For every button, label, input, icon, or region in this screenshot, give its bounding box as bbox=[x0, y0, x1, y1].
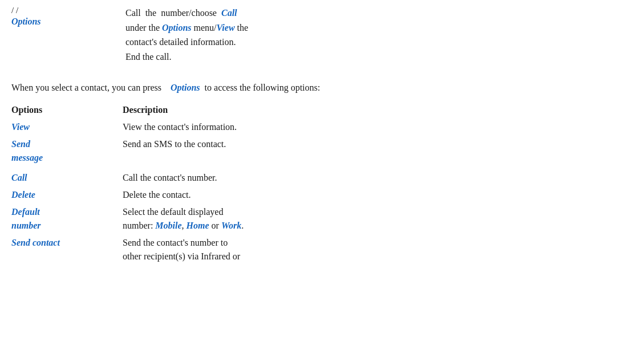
top-right-cell: Call the number/choose Call under the Op… bbox=[125, 6, 633, 64]
view-option-link: View bbox=[11, 122, 30, 132]
call-option-cell: Call bbox=[11, 166, 123, 186]
call-instruction-line4: End the call. bbox=[125, 52, 171, 62]
default-desc-text: Select the default displayed bbox=[123, 207, 223, 217]
view-desc-text: View the contact's information. bbox=[123, 122, 237, 132]
slash-nav: / / bbox=[11, 6, 120, 15]
send-contact-desc-cont-cell: other recipient(s) via Infrared or bbox=[123, 250, 633, 265]
table-header-row: Options Description bbox=[11, 101, 633, 119]
send-desc-cell: Send an SMS to the contact. bbox=[123, 136, 633, 151]
default-option-cell: Default bbox=[11, 204, 123, 219]
send-contact-row: Send contact Send the contact's number t… bbox=[11, 234, 633, 250]
call-row: Call Call the contact's number. bbox=[11, 166, 633, 186]
intro-before: When you select a contact, you can press bbox=[11, 83, 161, 92]
top-section: / / Options Call the number/choose Call … bbox=[11, 6, 633, 64]
send-message-row: Send Send an SMS to the contact. bbox=[11, 136, 633, 151]
call-instruction-line1: Call the number/choose Call bbox=[125, 8, 237, 18]
options-inline-link: Options bbox=[162, 23, 192, 32]
send-desc-text: Send an SMS to the contact. bbox=[123, 139, 226, 149]
send-option-cont-cell: message bbox=[11, 151, 123, 166]
default-option-cont-cell: number bbox=[11, 219, 123, 234]
call-instruction-line2: under the Options menu/View the bbox=[125, 23, 248, 32]
intro-after: to access the following options: bbox=[205, 83, 321, 92]
intro-paragraph: When you select a contact, you can press… bbox=[11, 81, 633, 95]
view-desc-cell: View the contact's information. bbox=[123, 119, 633, 136]
default-number-desc-cont: number: Mobile, Home or Work. bbox=[123, 221, 244, 230]
delete-option-cell: Delete bbox=[11, 186, 123, 204]
view-inline-link: View bbox=[217, 23, 235, 32]
page-content: / / Options Call the number/choose Call … bbox=[11, 6, 633, 265]
top-row: / / Options Call the number/choose Call … bbox=[11, 6, 633, 64]
send-contact-desc-text: Send the contact's number to bbox=[123, 238, 228, 247]
default-option-cont-link: number bbox=[11, 221, 41, 230]
comma1: , bbox=[182, 221, 187, 230]
send-desc-cont-cell bbox=[123, 151, 633, 166]
home-link: Home bbox=[187, 221, 209, 230]
header-option-cell: Options bbox=[11, 101, 123, 119]
header-options-label: Options bbox=[11, 105, 42, 115]
header-desc-cell: Description bbox=[123, 101, 633, 119]
send-option-cell: Send bbox=[11, 136, 123, 151]
default-option-link: Default bbox=[11, 207, 40, 217]
default-desc-cell: Select the default displayed bbox=[123, 204, 633, 219]
work-link: Work bbox=[221, 221, 241, 230]
options-table: Options Description View View the contac… bbox=[11, 101, 633, 265]
send-contact-cont-row: other recipient(s) via Infrared or bbox=[11, 250, 633, 265]
call-instructions: Call the number/choose Call under the Op… bbox=[125, 6, 633, 64]
mobile-link: Mobile bbox=[155, 221, 181, 230]
send-message-cont-row: message bbox=[11, 151, 633, 166]
delete-option-link: Delete bbox=[11, 190, 35, 200]
call-desc-cell: Call the contact's number. bbox=[123, 166, 633, 186]
number-label: number: bbox=[123, 221, 153, 230]
call-link: Call bbox=[221, 8, 237, 18]
send-option-link: Send bbox=[11, 139, 30, 149]
default-desc-cont-cell: number: Mobile, Home or Work. bbox=[123, 219, 633, 234]
delete-row: Delete Delete the contact. bbox=[11, 186, 633, 204]
view-option-cell: View bbox=[11, 119, 123, 136]
delete-desc-text: Delete the contact. bbox=[123, 190, 191, 200]
call-option-link: Call bbox=[11, 173, 27, 182]
send-contact-desc-cell: Send the contact's number to bbox=[123, 234, 633, 250]
or-text: or bbox=[209, 221, 221, 230]
view-row: View View the contact's information. bbox=[11, 119, 633, 136]
options-link-top: Options bbox=[11, 17, 120, 27]
send-contact-option-cont-cell bbox=[11, 250, 123, 265]
header-desc-label: Description bbox=[123, 105, 168, 115]
default-number-row: Default Select the default displayed bbox=[11, 204, 633, 219]
call-instruction-line3: contact's detailed information. bbox=[125, 37, 236, 47]
send-contact-desc-cont-text: other recipient(s) via Infrared or bbox=[123, 251, 240, 261]
send-contact-option-link: Send contact bbox=[11, 238, 60, 247]
top-left-cell: / / Options bbox=[11, 6, 125, 64]
period: . bbox=[241, 221, 244, 230]
send-contact-option-cell: Send contact bbox=[11, 234, 123, 250]
delete-desc-cell: Delete the contact. bbox=[123, 186, 633, 204]
intro-options-link: Options bbox=[171, 83, 200, 92]
send-option-cont-link: message bbox=[11, 153, 43, 162]
default-number-cont-row: number number: Mobile, Home or Work. bbox=[11, 219, 633, 234]
call-desc-text: Call the contact's number. bbox=[123, 173, 217, 182]
